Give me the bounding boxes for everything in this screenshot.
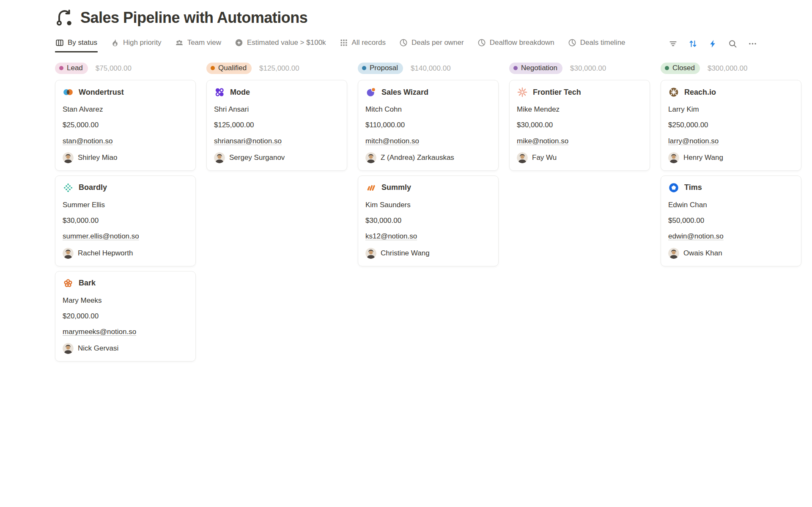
owner-row: Fay Wu xyxy=(517,152,642,163)
avatar xyxy=(63,343,74,354)
page-header: Sales Pipeline with Automations xyxy=(0,0,812,27)
email-link[interactable]: ks12@notion.so xyxy=(365,232,491,241)
owner-row: Owais Khan xyxy=(668,248,794,259)
column-qualified: Qualified$125,000.00ModeShri Ansari$125,… xyxy=(206,63,347,171)
tab-all-records[interactable]: All records xyxy=(339,35,386,52)
search-icon[interactable] xyxy=(728,39,737,48)
card-header: Summly xyxy=(365,182,491,193)
page-title[interactable]: Sales Pipeline with Automations xyxy=(80,9,307,27)
automation-flow-icon xyxy=(55,8,74,27)
status-pill-closed[interactable]: Closed xyxy=(661,63,700,74)
status-pill-negotiation[interactable]: Negotiation xyxy=(509,63,562,74)
company-name: Summly xyxy=(381,183,411,192)
deal-card-reach-io[interactable]: Reach.ioLarry Kim$250,000.00larry@notion… xyxy=(661,80,801,171)
card-header: Wondertrust xyxy=(63,87,188,98)
owner-row: Christine Wang xyxy=(365,248,491,259)
column-proposal: Proposal$140,000.00Sales WizardMitch Coh… xyxy=(358,63,499,266)
tab-deals-per-owner[interactable]: Deals per owner xyxy=(399,35,464,52)
email-link[interactable]: edwin@notion.so xyxy=(668,232,794,241)
mode-logo xyxy=(214,87,225,98)
contact-name: Mary Meeks xyxy=(63,296,188,305)
email-link[interactable]: mike@notion.so xyxy=(517,137,642,145)
owner-name: Fay Wu xyxy=(532,153,557,162)
status-label: Closed xyxy=(672,64,695,72)
sort-icon[interactable] xyxy=(689,39,697,48)
tab-deals-timeline[interactable]: Deals timeline xyxy=(568,35,626,52)
email-link[interactable]: summer.ellis@notion.so xyxy=(63,232,188,241)
avatar xyxy=(668,248,679,259)
tab-label: High priority xyxy=(123,38,162,47)
email-link[interactable]: shriansari@notion.so xyxy=(214,137,340,145)
status-pill-proposal[interactable]: Proposal xyxy=(358,63,403,74)
view-tabs: By statusHigh priorityTeam viewEstimated… xyxy=(55,35,626,52)
target-icon xyxy=(235,38,243,47)
owner-row: Z (Andrea) Zarkauskas xyxy=(365,152,491,163)
deal-amount: $50,000.00 xyxy=(668,216,794,225)
avatar xyxy=(63,152,74,163)
column-closed: Closed$300,000.00Reach.ioLarry Kim$250,0… xyxy=(661,63,801,266)
email-link[interactable]: stan@notion.so xyxy=(63,137,188,145)
company-name: Bark xyxy=(79,279,96,288)
tab-by-status[interactable]: By status xyxy=(55,35,98,52)
deal-card-bark[interactable]: BarkMary Meeks$20,000.00marymeeks@notion… xyxy=(55,271,196,362)
email-link[interactable]: marymeeks@notion.so xyxy=(63,327,188,336)
tab-high-priority[interactable]: High priority xyxy=(110,35,162,52)
card-list: WondertrustStan Alvarez$25,000.00stan@no… xyxy=(55,80,196,362)
deal-card-wondertrust[interactable]: WondertrustStan Alvarez$25,000.00stan@no… xyxy=(55,80,196,171)
column-header: Proposal$140,000.00 xyxy=(358,63,499,74)
deal-amount: $25,000.00 xyxy=(63,121,188,129)
owner-row: Henry Wang xyxy=(668,152,794,163)
status-label: Proposal xyxy=(370,64,398,72)
column-negotiation: Negotiation$30,000.00Frontier TechMike M… xyxy=(509,63,650,171)
flame-icon xyxy=(111,38,119,47)
card-header: Bark xyxy=(63,278,188,289)
contact-name: Shri Ansari xyxy=(214,105,340,114)
company-name: Sales Wizard xyxy=(381,88,428,97)
owner-name: Owais Khan xyxy=(683,249,722,258)
avatar xyxy=(365,248,376,259)
card-list: Reach.ioLarry Kim$250,000.00larry@notion… xyxy=(661,80,801,266)
contact-name: Mike Mendez xyxy=(517,105,642,114)
lightning-icon[interactable] xyxy=(708,39,717,48)
deal-amount: $20,000.00 xyxy=(63,312,188,321)
deal-card-frontier-tech[interactable]: Frontier TechMike Mendez$30,000.00mike@n… xyxy=(509,80,650,171)
owner-name: Shirley Miao xyxy=(78,153,118,162)
contact-name: Summer Ellis xyxy=(63,200,188,209)
board-icon xyxy=(55,38,64,47)
card-header: Mode xyxy=(214,87,340,98)
company-name: Wondertrust xyxy=(79,88,124,97)
deal-amount: $30,000.00 xyxy=(63,216,188,225)
more-icon[interactable] xyxy=(748,39,757,48)
tab-label: Deals timeline xyxy=(580,38,625,47)
pie-chart-icon xyxy=(568,38,576,47)
tab-dealflow-breakdown[interactable]: Dealflow breakdown xyxy=(477,35,555,52)
view-toolbar xyxy=(669,39,757,48)
owner-row: Nick Gervasi xyxy=(63,343,188,354)
card-header: Boardly xyxy=(63,182,188,193)
boardly-logo xyxy=(63,182,74,193)
column-total: $300,000.00 xyxy=(708,64,748,73)
status-pill-qualified[interactable]: Qualified xyxy=(206,63,252,74)
tab-label: Dealflow breakdown xyxy=(490,38,554,47)
contact-name: Kim Saunders xyxy=(365,200,491,209)
deal-card-boardly[interactable]: BoardlySummer Ellis$30,000.00summer.elli… xyxy=(55,175,196,266)
tims-logo xyxy=(668,182,679,193)
card-header: Reach.io xyxy=(668,87,794,98)
status-pill-lead[interactable]: Lead xyxy=(55,63,88,74)
owner-row: Rachel Hepworth xyxy=(63,248,188,259)
filter-icon[interactable] xyxy=(669,39,678,48)
tab-estimated-value-100k[interactable]: Estimated value > $100k xyxy=(234,35,326,52)
email-link[interactable]: mitch@notion.so xyxy=(365,137,491,145)
deal-card-mode[interactable]: ModeShri Ansari$125,000.00shriansari@not… xyxy=(206,80,347,171)
email-link[interactable]: larry@notion.so xyxy=(668,137,794,145)
owner-name: Henry Wang xyxy=(683,153,723,162)
avatar xyxy=(517,152,528,163)
deal-card-tims[interactable]: TimsEdwin Chan$50,000.00edwin@notion.soO… xyxy=(661,175,801,266)
deal-card-sales-wizard[interactable]: Sales WizardMitch Cohn$110,000.00mitch@n… xyxy=(358,80,499,171)
wondertrust-logo xyxy=(63,87,74,98)
tab-label: By status xyxy=(68,38,97,47)
tab-team-view[interactable]: Team view xyxy=(175,35,222,52)
deal-amount: $125,000.00 xyxy=(214,121,340,129)
tab-label: Deals per owner xyxy=(411,38,464,47)
deal-card-summly[interactable]: SummlyKim Saunders$30,000.00ks12@notion.… xyxy=(358,175,499,266)
